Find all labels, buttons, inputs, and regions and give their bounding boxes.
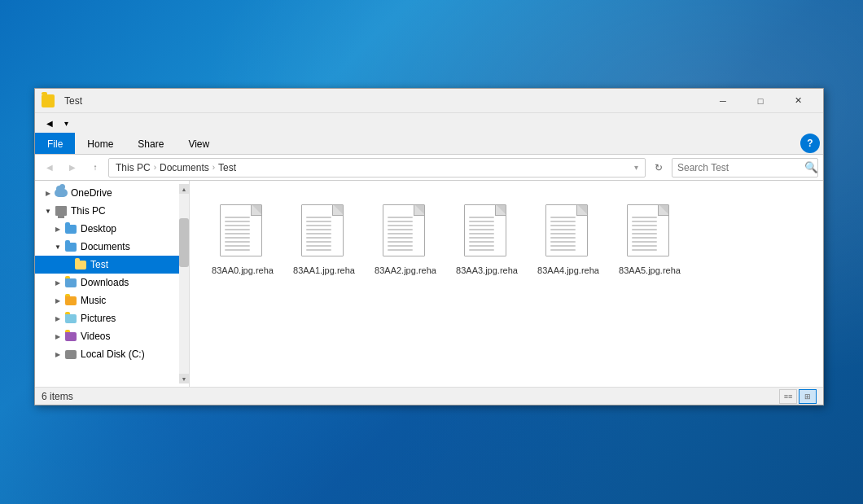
file-name-3: 83AA3.jpg.reha [456, 265, 518, 276]
pc-icon [55, 204, 68, 217]
file-grid: 83AA0.jpg.reha [198, 189, 815, 291]
sidebar-label-pictures: Pictures [81, 313, 116, 324]
file-item-5[interactable]: 83AA5.jpg.reha [613, 197, 686, 283]
sidebar-item-desktop[interactable]: ▶ Desktop [35, 220, 179, 238]
drive-icon [64, 348, 77, 361]
documents-folder-icon [64, 240, 77, 253]
sidebar-label-desktop: Desktop [81, 223, 116, 234]
sidebar-item-localdisk[interactable]: ▶ Local Disk (C:) [35, 345, 179, 363]
sidebar-label-videos: Videos [81, 331, 110, 342]
help-button[interactable]: ? [800, 134, 820, 153]
sidebar-item-music[interactable]: ▶ Music [35, 291, 179, 309]
file-icon-0 [220, 204, 265, 260]
nav-up-button[interactable]: ↑ [85, 158, 105, 177]
expand-videos[interactable]: ▶ [51, 327, 64, 345]
file-item-3[interactable]: 83AA3.jpg.reha [450, 197, 523, 283]
sidebar-item-test[interactable]: Test [35, 256, 179, 274]
desktop-folder-icon [64, 222, 77, 235]
expand-test[interactable] [61, 256, 74, 274]
sidebar-label-localdisk: Local Disk (C:) [81, 348, 145, 360]
search-button[interactable]: 🔍 [804, 159, 818, 177]
sidebar-item-thispc[interactable]: ▼ This PC [35, 202, 179, 220]
file-item-0[interactable]: 83AA0.jpg.reha [206, 197, 279, 283]
expand-onedrive[interactable]: ▶ [42, 184, 55, 202]
address-path[interactable]: This PC › Documents › Test ▾ [108, 158, 646, 177]
address-bar: ◀ ▶ ↑ This PC › Documents › Test ▾ ↻ 🔍 [35, 155, 823, 181]
scroll-up-button[interactable]: ▲ [179, 184, 189, 194]
quick-access-toolbar: ◀ ▾ [35, 113, 823, 133]
main-content: ▲ ▼ ▶ OneDrive [35, 181, 823, 387]
file-item-1[interactable]: 83AA1.jpg.reha [287, 197, 361, 283]
file-name-1: 83AA1.jpg.reha [293, 265, 355, 276]
sidebar-label-onedrive: OneDrive [71, 187, 112, 199]
music-folder-icon [64, 294, 77, 307]
tab-view[interactable]: View [176, 133, 221, 154]
sidebar-item-documents[interactable]: ▼ Documents [35, 238, 179, 256]
sidebar-label-downloads: Downloads [81, 277, 129, 288]
expand-desktop[interactable]: ▶ [51, 220, 64, 238]
nav-back-button[interactable]: ◀ [40, 158, 59, 177]
cloud-icon [55, 186, 68, 199]
refresh-button[interactable]: ↻ [649, 158, 668, 177]
qa-dropdown-button[interactable]: ▾ [58, 115, 74, 131]
file-name-0: 83AA0.jpg.reha [212, 265, 274, 276]
sidebar-scrollbar: ▲ ▼ [179, 184, 189, 383]
file-name-2: 83AA2.jpg.reha [375, 265, 436, 276]
sidebar-label-thispc: This PC [71, 205, 106, 217]
file-name-4: 83AA4.jpg.reha [537, 265, 599, 276]
window-title: Test [61, 95, 704, 107]
file-icon-3 [464, 204, 510, 260]
status-bar: 6 items ≡≡ ⊞ [35, 387, 823, 405]
tab-share[interactable]: Share [125, 133, 176, 154]
test-folder-icon [74, 258, 87, 271]
maximize-button[interactable]: □ [742, 89, 779, 113]
title-bar: Test ─ □ ✕ [35, 89, 823, 113]
scrollbar-thumb [179, 218, 189, 267]
sidebar: ▲ ▼ ▶ OneDrive [35, 181, 190, 387]
tab-file[interactable]: File [35, 133, 75, 154]
path-test: Test [218, 162, 236, 173]
item-count: 6 items [42, 391, 73, 402]
path-sep-2: › [212, 163, 215, 172]
nav-forward-button[interactable]: ▶ [63, 158, 82, 177]
tab-home[interactable]: Home [75, 133, 125, 154]
sidebar-label-documents: Documents [81, 241, 130, 252]
search-input[interactable] [672, 162, 804, 173]
file-view: 83AA0.jpg.reha [190, 181, 823, 387]
videos-folder-icon [64, 330, 77, 343]
sidebar-item-downloads[interactable]: ▶ Downloads [35, 274, 179, 291]
expand-documents[interactable]: ▼ [51, 238, 64, 256]
view-grid-button[interactable]: ⊞ [799, 389, 817, 404]
title-bar-controls: ─ □ ✕ [704, 89, 817, 113]
expand-music[interactable]: ▶ [51, 291, 64, 309]
file-item-4[interactable]: 83AA4.jpg.reha [532, 197, 605, 283]
window-folder-icon [42, 94, 55, 107]
qa-back-button[interactable]: ◀ [42, 115, 58, 131]
sidebar-item-videos[interactable]: ▶ Videos [35, 327, 179, 345]
pictures-folder-icon [64, 312, 77, 325]
expand-pictures[interactable]: ▶ [51, 309, 64, 327]
file-item-2[interactable]: 83AA2.jpg.reha [369, 197, 442, 283]
path-sep-1: › [154, 163, 156, 172]
minimize-button[interactable]: ─ [704, 89, 742, 113]
search-box: 🔍 [672, 158, 818, 177]
file-icon-5 [627, 204, 672, 260]
expand-downloads[interactable]: ▶ [51, 274, 64, 291]
ribbon-tabs: File Home Share View [35, 133, 221, 154]
downloads-folder-icon [64, 276, 77, 289]
file-name-5: 83AA5.jpg.reha [619, 265, 681, 276]
file-icon-4 [545, 204, 591, 260]
close-button[interactable]: ✕ [779, 89, 817, 113]
view-buttons: ≡≡ ⊞ [779, 389, 817, 404]
file-icon-1 [301, 204, 347, 260]
path-dropdown-icon: ▾ [634, 163, 638, 172]
sidebar-item-pictures[interactable]: ▶ Pictures [35, 309, 179, 327]
expand-localdisk[interactable]: ▶ [51, 345, 64, 363]
expand-thispc[interactable]: ▼ [42, 202, 55, 220]
path-thispc: This PC [116, 162, 151, 173]
scroll-down-button[interactable]: ▼ [179, 374, 189, 383]
sidebar-item-onedrive[interactable]: ▶ OneDrive [35, 184, 179, 202]
view-list-button[interactable]: ≡≡ [779, 389, 797, 404]
ribbon: File Home Share View ? [35, 133, 823, 155]
title-bar-icons [42, 94, 55, 107]
